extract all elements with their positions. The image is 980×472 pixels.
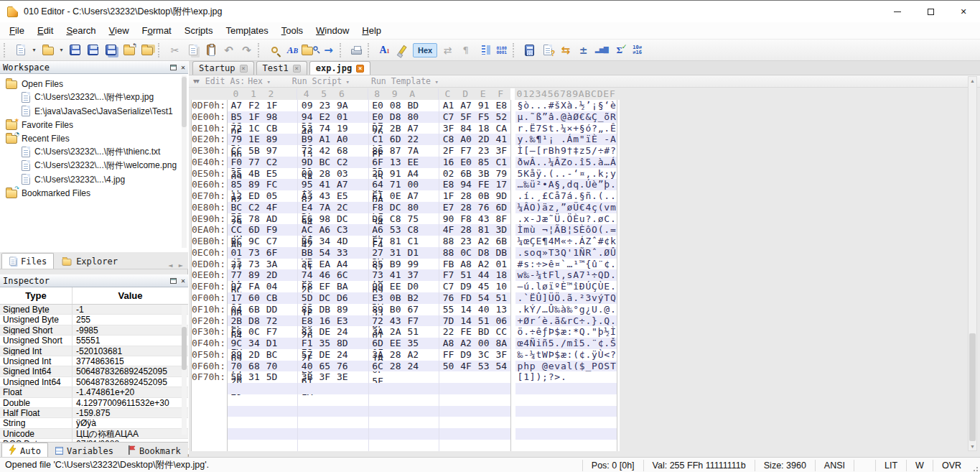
- run-script-dropdown[interactable]: Run Script: [292, 76, 350, 86]
- hex-byte[interactable]: C3: [334, 224, 352, 236]
- inspector-value-cell[interactable]: ЦЦの袮稙AЦAA: [72, 429, 188, 438]
- hex-byte[interactable]: 85: [298, 304, 316, 315]
- hex-byte[interactable]: E7: [439, 202, 457, 213]
- hex-byte[interactable]: 89: [263, 134, 281, 145]
- hex-byte[interactable]: F5: [475, 111, 493, 123]
- find-in-files-button[interactable]: [302, 42, 319, 59]
- hex-byte[interactable]: 89: [369, 304, 387, 315]
- hex-byte[interactable]: 9D: [493, 190, 510, 202]
- hex-byte[interactable]: 6D: [246, 224, 263, 236]
- hex-byte[interactable]: DD: [263, 304, 281, 315]
- hex-byte[interactable]: 23: [457, 236, 475, 247]
- hex-byte[interactable]: 68: [246, 361, 263, 372]
- hex-byte[interactable]: 52: [493, 111, 510, 123]
- hex-byte[interactable]: 16: [316, 315, 334, 327]
- tab-scroll-arrows-icon[interactable]: ◄ ►: [168, 262, 188, 269]
- hex-byte[interactable]: FE: [457, 326, 475, 338]
- checksum-button[interactable]: Σ✓: [610, 42, 628, 59]
- ascii-cell[interactable]: Ì[—[rBh9†‡z5/÷#?: [515, 145, 617, 157]
- hex-byte[interactable]: FB: [439, 259, 457, 270]
- hex-byte[interactable]: BD: [404, 100, 422, 111]
- hex-byte[interactable]: 99: [369, 281, 387, 292]
- hex-byte[interactable]: D8: [246, 315, 263, 327]
- hex-byte[interactable]: 77: [246, 157, 263, 168]
- hex-byte[interactable]: 3F: [493, 145, 510, 157]
- status-size[interactable]: Size: 3960: [755, 460, 815, 471]
- hex-byte[interactable]: CC: [228, 145, 246, 157]
- hex-byte[interactable]: DB: [493, 247, 510, 259]
- hex-byte[interactable]: A1: [439, 100, 457, 111]
- hex-byte[interactable]: 91: [386, 168, 404, 180]
- hex-byte[interactable]: 89: [228, 349, 246, 361]
- hex-byte[interactable]: 2D: [369, 168, 387, 180]
- hex-byte[interactable]: 8D: [334, 338, 352, 349]
- hex-byte[interactable]: 51: [404, 326, 422, 338]
- hex-byte[interactable]: CB: [263, 292, 281, 304]
- hex-byte[interactable]: 45: [475, 281, 493, 292]
- float-panel-icon[interactable]: [170, 65, 177, 70]
- jump-arrows-button[interactable]: ⇆: [556, 42, 574, 59]
- hex-byte[interactable]: C2: [263, 157, 281, 168]
- menu-item-file[interactable]: File: [3, 22, 31, 40]
- hex-byte[interactable]: 8F: [493, 213, 510, 225]
- hex-byte[interactable]: DE: [316, 349, 334, 361]
- hex-byte[interactable]: 85: [228, 179, 246, 190]
- hex-byte[interactable]: A2: [475, 236, 493, 247]
- hex-byte[interactable]: 6D: [369, 338, 387, 349]
- ascii-cell[interactable]: .soq»T3Q'1ÑRˆ.ØÛ: [515, 247, 617, 259]
- hex-byte[interactable]: F7: [404, 315, 422, 327]
- hex-byte[interactable]: D6: [334, 292, 352, 304]
- hex-byte[interactable]: E1: [369, 190, 387, 202]
- hex-byte[interactable]: FE: [475, 179, 493, 190]
- hex-byte[interactable]: E8: [493, 100, 510, 111]
- hex-byte[interactable]: 88: [439, 247, 457, 259]
- hex-byte[interactable]: 24: [334, 349, 352, 361]
- hex-byte[interactable]: 37: [404, 269, 422, 281]
- hex-byte[interactable]: 18: [475, 123, 493, 134]
- hex-byte[interactable]: 1F: [439, 190, 457, 202]
- hex-byte[interactable]: EE: [386, 338, 404, 349]
- binary-view-button[interactable]: 01000001: [493, 42, 510, 59]
- inspector-value-cell[interactable]: ÿØÿà: [72, 418, 188, 427]
- ascii-cell[interactable]: 5Kåÿ.(..-‘¤‚.k;y: [515, 168, 617, 180]
- hex-byte[interactable]: 10: [493, 281, 510, 292]
- hex-byte[interactable]: 2F: [439, 145, 457, 157]
- hex-byte[interactable]: 1C: [246, 123, 263, 134]
- hex-byte[interactable]: 01: [493, 259, 510, 270]
- hex-byte[interactable]: 75: [404, 213, 422, 225]
- hex-byte[interactable]: 00: [298, 168, 316, 180]
- inspector-value-cell[interactable]: -1: [72, 305, 188, 314]
- open-folder-button[interactable]: [138, 42, 156, 59]
- hex-byte[interactable]: 76: [475, 202, 493, 213]
- hex-byte[interactable]: 04: [263, 281, 281, 292]
- hex-byte[interactable]: DC: [334, 213, 352, 225]
- hex-byte[interactable]: 5B: [246, 145, 263, 157]
- hex-byte[interactable]: 85: [369, 259, 387, 270]
- hex-byte[interactable]: 05: [263, 190, 281, 202]
- hex-byte[interactable]: F7: [369, 236, 387, 247]
- hex-byte[interactable]: 84: [457, 123, 475, 134]
- hex-byte[interactable]: F7: [439, 269, 457, 281]
- menu-item-templates[interactable]: Templates: [219, 22, 274, 40]
- hex-byte[interactable]: E2: [316, 111, 334, 123]
- hex-byte[interactable]: FA: [246, 281, 263, 292]
- status-value[interactable]: Val: 255 FFh 11111111b: [643, 460, 755, 471]
- ascii-cell[interactable]: .í.¸£Cå7á.§ñ.(..: [515, 190, 617, 202]
- hex-byte[interactable]: 74: [298, 269, 316, 281]
- hex-byte[interactable]: A7: [404, 123, 422, 134]
- edit-mode-dropdown[interactable]: Hex: [248, 76, 271, 86]
- ascii-cell[interactable]: œ4Ñiñ5./mî5.¨¢.Š: [515, 338, 617, 349]
- hex-byte[interactable]: 6D: [386, 134, 404, 145]
- highlight-button[interactable]: [393, 42, 411, 59]
- hex-byte[interactable]: 98: [316, 213, 334, 225]
- tree-file-item[interactable]: C:\Users\23232\...\附件\welcome.png: [0, 159, 188, 172]
- hex-byte[interactable]: CA: [493, 123, 510, 134]
- goto-button[interactable]: →: [319, 42, 337, 59]
- hex-byte[interactable]: E5: [263, 168, 281, 180]
- hex-byte[interactable]: 35: [404, 338, 422, 349]
- hex-byte[interactable]: 57: [298, 349, 316, 361]
- hex-byte[interactable]: 6D: [493, 202, 510, 213]
- hex-byte[interactable]: 3B: [475, 168, 493, 180]
- hex-byte[interactable]: 9C: [228, 338, 246, 349]
- close-tab-icon[interactable]: ×: [293, 65, 301, 73]
